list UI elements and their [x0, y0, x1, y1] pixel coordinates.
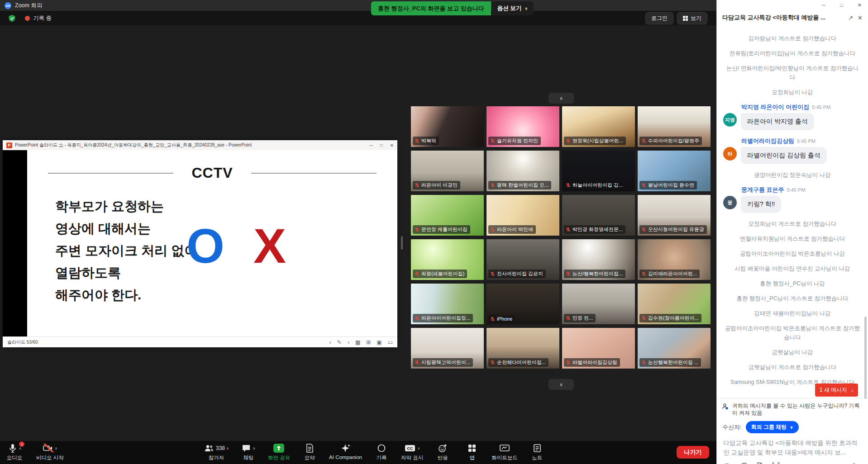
participant-tile[interactable]: 김수현(참아름어린이...: [638, 284, 711, 324]
muted-mic-icon: [641, 183, 646, 188]
record-button[interactable]: 기록: [372, 443, 391, 461]
ppt-pen-icon[interactable]: ✎: [337, 339, 342, 346]
participant-tile[interactable]: 현정욱(시립삼봉어린...: [562, 106, 635, 147]
powerpoint-icon: P: [6, 142, 12, 148]
participant-name: 라온아이 박민애: [497, 226, 533, 233]
ppt-zoom-icon[interactable]: ⊞: [366, 339, 371, 346]
participant-tile[interactable]: 진사어린이집 김은지: [486, 239, 559, 280]
participant-tile[interactable]: 박복덕: [411, 106, 484, 147]
apps-button[interactable]: 앱: [462, 443, 482, 461]
participant-name-label: 박민경 화정영세전문...: [564, 225, 625, 234]
video-button[interactable]: ∧비디오 시작: [36, 443, 64, 461]
participant-tile[interactable]: 라온아이 이경민: [411, 151, 484, 191]
participants-button[interactable]: 338∧참가자: [204, 443, 229, 461]
participant-tile[interactable]: 평택 한별어린이집 오...: [486, 151, 559, 191]
screenshot-icon[interactable]: [772, 462, 780, 464]
chat-privacy-notice: 귀하의 메시지를 볼 수 있는 사람은 누구입니까? 기록이 켜져 있음: [732, 402, 863, 417]
participant-tile[interactable]: 김미애라온아이어린...: [638, 239, 711, 280]
participant-name-label: 현정욱(시립삼봉어린...: [564, 137, 626, 145]
close-chat-icon[interactable]: ✕: [858, 14, 863, 21]
share-icon: [273, 443, 285, 453]
recipient-selector[interactable]: 회의 그룹 채팅 ∨: [746, 421, 799, 433]
participant-tile[interactable]: iPhone: [486, 284, 559, 324]
ppt-close-button[interactable]: ✕: [390, 143, 394, 148]
participant-tile[interactable]: 순천해다미어린이집...: [486, 328, 559, 369]
participant-name: 김수현(참아름어린이...: [648, 315, 699, 322]
whiteboard-label: 화이트보드: [491, 455, 518, 461]
window-maximize-button[interactable]: □: [840, 2, 843, 8]
participant-name: 김미애라온아이어린...: [648, 270, 697, 277]
caret-up-icon[interactable]: ∧: [226, 446, 229, 450]
ppt-grid-icon[interactable]: ▦: [355, 339, 360, 346]
audio-button[interactable]: 1∧오디오: [5, 443, 24, 461]
caret-up-icon[interactable]: ∧: [55, 446, 57, 450]
participant-tile[interactable]: 오산시청어린이집 유윤경: [638, 195, 711, 236]
reactions-button[interactable]: 반응: [433, 443, 453, 461]
reactions-label: 반응: [438, 455, 448, 461]
participant-tile[interactable]: 최령(새봄어린이집): [411, 239, 484, 280]
window-close-button[interactable]: ✕: [858, 2, 862, 8]
participant-tile[interactable]: 라온아이 박민애: [486, 195, 559, 236]
chat-scrollbar[interactable]: [864, 317, 867, 399]
participant-tile[interactable]: 슬기유치원 전자민: [486, 106, 559, 147]
record-label: 기록: [376, 455, 386, 461]
format-text-icon[interactable]: [724, 462, 732, 464]
zoom-logo-icon: zm: [5, 2, 11, 9]
notes-label: 노트: [532, 455, 542, 461]
participant-tile[interactable]: 논산행복한어린이집 ...: [638, 328, 711, 369]
chat-button[interactable]: ∧채팅: [238, 443, 258, 461]
chevron-down-icon: ∨: [525, 6, 528, 11]
chat-input[interactable]: 다담교육 교사특강 <아동학대 예방을 위한 효과적인 교실운영 및 학부모 대…: [717, 435, 868, 457]
chat-panel: ─ □ ✕ 다담교육 교사특강 <아동학대 예방을 ... ↗ ✕ 김아람님이 …: [716, 0, 868, 464]
participant-tile[interactable]: 박민경 화정영세전문...: [562, 195, 635, 236]
participant-name: 라별어라이집김상림: [572, 359, 617, 366]
security-shield-icon[interactable]: [8, 14, 16, 22]
attach-file-icon[interactable]: [757, 462, 763, 464]
participant-tile[interactable]: 민정 전...: [562, 284, 635, 324]
emoji-icon[interactable]: [740, 462, 748, 464]
powerpoint-statusbar: 슬라이드 53/60 ‹✎›▦⊞▣▭: [3, 336, 397, 347]
chat-message-list[interactable]: 김아람님이 게스트로 참가했습니다전유림(토리어린이집)님이 게스트로 참가했습…: [717, 26, 868, 398]
panel-resize-handle[interactable]: [401, 236, 403, 250]
view-options-button[interactable]: 옵션 보기 ∨: [492, 1, 534, 15]
login-button[interactable]: 로그인: [645, 12, 673, 24]
caret-up-icon[interactable]: ∧: [253, 446, 255, 450]
participant-tile[interactable]: 하늘아이어린이집 김...: [562, 151, 635, 191]
participant-tile[interactable]: 논산/행복한어린이집...: [562, 239, 635, 280]
participant-tile[interactable]: 수피아어린이집/왕현주: [638, 106, 711, 147]
caret-up-icon[interactable]: ∧: [417, 446, 420, 450]
recipient-value: 회의 그룹 채팅: [751, 423, 787, 431]
chat-system-message: 전유림(토리어린이집)님이 게스트로 참가했습니다: [724, 49, 861, 58]
scroll-participants-up-button[interactable]: ∧: [548, 93, 574, 104]
muted-mic-icon: [415, 360, 420, 365]
captions-button[interactable]: CC∧자막 표시: [401, 443, 423, 461]
participant-tile[interactable]: 문연정 캐롤어린이집: [411, 195, 484, 236]
participant-tile[interactable]: 라별어라이집김상림: [562, 328, 635, 369]
chat-icon: [241, 443, 251, 453]
ppt-minimize-button[interactable]: ─: [369, 143, 372, 148]
participant-tile[interactable]: 시립평택고덕어린이...: [411, 328, 484, 369]
leave-meeting-button[interactable]: 나가기: [677, 446, 709, 459]
participant-name: 라온아이어린이집장...: [421, 315, 470, 322]
popout-chat-icon[interactable]: ↗: [848, 14, 853, 21]
recording-dot-icon: [25, 16, 30, 21]
participant-tile[interactable]: 봉남어린이집 윤수연: [638, 151, 711, 191]
ai-button[interactable]: AI Companion: [329, 443, 362, 461]
scroll-participants-down-button[interactable]: ∨: [548, 379, 574, 390]
ppt-mono-icon[interactable]: ▣: [377, 339, 382, 346]
window-minimize-button[interactable]: ─: [822, 2, 825, 8]
ppt-maximize-button[interactable]: □: [380, 143, 383, 148]
ppt-next-icon[interactable]: ›: [348, 339, 349, 346]
new-message-button[interactable]: 1 새 메시지 ↓: [815, 384, 858, 397]
muted-mic-icon: [490, 227, 495, 232]
ppt-display-icon[interactable]: ▭: [388, 339, 393, 346]
ppt-prev-icon[interactable]: ‹: [329, 339, 331, 346]
notes-button[interactable]: 노트: [527, 443, 547, 461]
share-button[interactable]: 화면 공유: [268, 443, 290, 461]
whiteboard-button[interactable]: 화이트보드: [491, 443, 518, 461]
participant-name: 민정 전...: [572, 315, 593, 322]
view-button[interactable]: 보기: [677, 12, 707, 24]
participant-tile[interactable]: 라온아이어린이집장...: [411, 284, 484, 324]
summary-button[interactable]: 요약: [300, 443, 320, 461]
send-message-icon[interactable]: [852, 462, 861, 464]
